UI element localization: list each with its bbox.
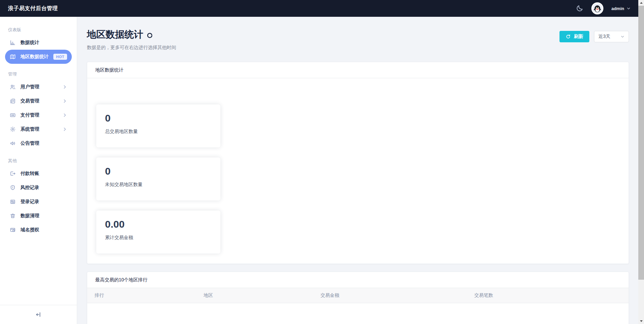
- sidebar-section-other: 其他: [0, 154, 77, 167]
- window-scrollbar[interactable]: [638, 0, 644, 324]
- stat-value: 0.00: [105, 219, 212, 230]
- sidebar-item-announcement-management[interactable]: 公告管理: [5, 136, 72, 150]
- payment-card-icon: [10, 112, 16, 118]
- map-icon: [10, 54, 16, 60]
- page-title-row: 地区数据统计: [87, 28, 176, 41]
- stat-label: 总交易地区数量: [105, 129, 212, 135]
- page-header: 地区数据统计 数据是的，更多可在右边进行选择其他时间 刷新 近3天: [87, 28, 629, 51]
- sidebar-item-data-stats[interactable]: 数据统计: [5, 36, 72, 50]
- chevron-right-icon: [62, 85, 67, 89]
- stat-label: 累计交易金额: [105, 235, 212, 241]
- chevron-down-icon: [627, 6, 631, 10]
- sidebar-item-label: 地区数据统计: [20, 54, 49, 60]
- stat-card-unknown-regions: 0 未知交易地区数量: [96, 157, 220, 200]
- sidebar-item-system-management[interactable]: 系统管理: [5, 122, 72, 136]
- sidebar-item-login-records[interactable]: 登录记录: [5, 195, 72, 209]
- sidebar-item-label: 数据统计: [20, 40, 39, 46]
- domain-window-icon: [10, 227, 16, 233]
- scrollbar-up-arrow[interactable]: [638, 0, 644, 6]
- speaker-icon: [10, 140, 16, 146]
- sidebar-item-label: 域名授权: [20, 227, 39, 233]
- id-card-icon: [10, 199, 16, 205]
- stat-value: 0: [105, 166, 212, 177]
- top-navbar: 浪子易支付后台管理 ad: [0, 0, 644, 17]
- navbar-right: admin: [576, 2, 631, 14]
- sidebar-item-risk-records[interactable]: 风控记录: [5, 181, 72, 195]
- sidebar-item-label: 付款转账: [20, 171, 39, 177]
- column-rank: 排行: [87, 288, 204, 303]
- user-menu[interactable]: admin: [611, 6, 631, 11]
- refresh-button-label: 刷新: [574, 34, 583, 40]
- sidebar-item-label: 交易管理: [20, 98, 39, 104]
- page-subtitle: 数据是的，更多可在右边进行选择其他时间: [87, 45, 176, 51]
- sidebar-item-payout-transfer[interactable]: 付款转账: [5, 167, 72, 181]
- header-actions: 刷新 近3天: [559, 31, 629, 42]
- transfer-out-icon: [10, 171, 16, 177]
- avatar[interactable]: [591, 2, 603, 14]
- time-range-select[interactable]: 近3天: [594, 31, 629, 42]
- chevron-right-icon: [62, 127, 67, 132]
- time-range-value: 近3天: [598, 34, 610, 40]
- sidebar-item-label: 公告管理: [20, 140, 39, 146]
- region-stats-card: 地区数据统计 0 总交易地区数量 0 未知交易地区数量 0.00 累计交易金额: [87, 62, 629, 264]
- avatar-image: [592, 3, 602, 13]
- page-header-left: 地区数据统计 数据是的，更多可在右边进行选择其他时间: [87, 28, 176, 51]
- region-stats-card-header: 地区数据统计: [87, 62, 629, 78]
- sidebar-item-label: 支付管理: [20, 112, 39, 118]
- sidebar-item-label: 登录记录: [20, 199, 39, 205]
- sidebar: 仪表版 数据统计 地区数据统计 HOT 管理: [0, 17, 77, 324]
- sidebar-item-label: 系统管理: [20, 126, 39, 132]
- sidebar-item-domain-authorization[interactable]: 域名授权: [5, 223, 72, 237]
- sidebar-section-dashboard: 仪表版: [0, 24, 77, 36]
- refresh-button[interactable]: 刷新: [559, 31, 589, 42]
- collapse-sidebar-icon[interactable]: [35, 311, 42, 318]
- region-stats-card-title: 地区数据统计: [95, 67, 123, 73]
- trash-icon: [10, 213, 16, 219]
- chevron-down-icon: [621, 35, 625, 39]
- ranking-table-header-row: 排行 地区 交易金额 交易笔数: [87, 288, 629, 303]
- sidebar-footer: [0, 305, 77, 324]
- sidebar-item-transaction-management[interactable]: 交易管理: [5, 94, 72, 108]
- chevron-right-icon: [62, 113, 67, 118]
- username: admin: [611, 6, 624, 11]
- column-count: 交易笔数: [474, 288, 629, 303]
- stats-body: 0 总交易地区数量 0 未知交易地区数量 0.00 累计交易金额: [87, 78, 629, 264]
- refresh-icon: [566, 34, 571, 39]
- sidebar-item-label: 用户管理: [20, 84, 39, 90]
- ranking-card-header: 最高交易的10个地区排行: [87, 272, 629, 288]
- dark-mode-moon-icon[interactable]: [576, 5, 583, 12]
- stat-card-total-amount: 0.00 累计交易金额: [96, 211, 220, 253]
- users-icon: [10, 84, 16, 90]
- ranking-table-body: [87, 303, 629, 323]
- sidebar-item-data-cleanup[interactable]: 数据清理: [5, 209, 72, 223]
- column-amount: 交易金额: [321, 288, 474, 303]
- stat-value: 0: [105, 112, 212, 124]
- app-title: 浪子易支付后台管理: [8, 5, 58, 12]
- title-refresh-icon: [147, 32, 153, 39]
- ranking-table: 排行 地区 交易金额 交易笔数: [87, 288, 629, 323]
- document-icon: [10, 98, 16, 104]
- sidebar-item-payment-management[interactable]: 支付管理: [5, 108, 72, 122]
- stat-card-total-regions: 0 总交易地区数量: [96, 104, 220, 147]
- scrollbar-down-arrow[interactable]: [638, 318, 644, 324]
- column-region: 地区: [204, 288, 321, 303]
- gear-icon: [10, 126, 16, 132]
- sidebar-item-user-management[interactable]: 用户管理: [5, 80, 72, 94]
- chevron-right-icon: [62, 99, 67, 103]
- sidebar-item-label: 风控记录: [20, 185, 39, 191]
- ranking-card: 最高交易的10个地区排行 排行 地区 交易金额 交易笔数: [87, 272, 629, 324]
- shield-alert-icon: [10, 185, 16, 191]
- stat-label: 未知交易地区数量: [105, 182, 212, 188]
- page-title: 地区数据统计: [87, 28, 143, 41]
- scrollbar-thumb[interactable]: [638, 6, 644, 280]
- main-content: 地区数据统计 数据是的，更多可在右边进行选择其他时间 刷新 近3天: [77, 17, 638, 324]
- bar-chart-icon: [10, 40, 16, 46]
- sidebar-menu: 仪表版 数据统计 地区数据统计 HOT 管理: [0, 17, 77, 305]
- sidebar-item-region-stats[interactable]: 地区数据统计 HOT: [5, 50, 72, 64]
- hot-badge: HOT: [53, 54, 67, 60]
- ranking-card-title: 最高交易的10个地区排行: [95, 277, 148, 283]
- sidebar-item-label: 数据清理: [20, 213, 39, 219]
- sidebar-section-management: 管理: [0, 68, 77, 80]
